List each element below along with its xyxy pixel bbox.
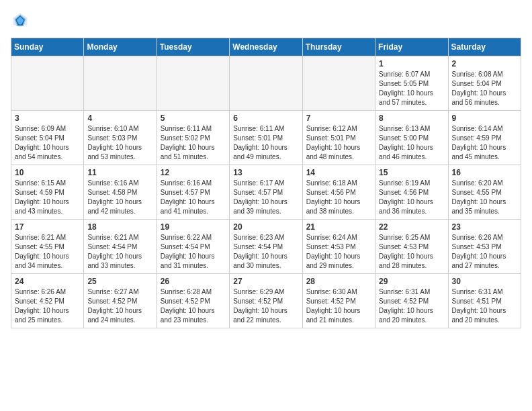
day-number: 9 — [452, 113, 517, 123]
day-number: 15 — [379, 168, 444, 177]
day-number: 16 — [452, 168, 517, 177]
day-info: Sunrise: 6:26 AM Sunset: 4:52 PM Dayligh… — [15, 287, 80, 325]
calendar-day-cell: 5Sunrise: 6:11 AM Sunset: 5:02 PM Daylig… — [157, 111, 229, 165]
day-number: 17 — [15, 222, 80, 232]
calendar-day-cell: 19Sunrise: 6:22 AM Sunset: 4:54 PM Dayli… — [157, 220, 229, 274]
day-number: 24 — [15, 277, 80, 286]
weekday-header: Saturday — [448, 38, 521, 56]
calendar-day-cell: 1Sunrise: 6:07 AM Sunset: 5:05 PM Daylig… — [375, 56, 448, 111]
calendar-week-row: 24Sunrise: 6:26 AM Sunset: 4:52 PM Dayli… — [11, 274, 521, 328]
calendar-day-cell: 28Sunrise: 6:30 AM Sunset: 4:52 PM Dayli… — [302, 274, 375, 328]
day-info: Sunrise: 6:12 AM Sunset: 5:01 PM Dayligh… — [306, 124, 371, 162]
day-info: Sunrise: 6:31 AM Sunset: 4:51 PM Dayligh… — [452, 287, 517, 325]
calendar-day-cell: 30Sunrise: 6:31 AM Sunset: 4:51 PM Dayli… — [448, 274, 521, 328]
logo — [11, 11, 32, 30]
calendar-day-cell: 27Sunrise: 6:29 AM Sunset: 4:52 PM Dayli… — [230, 274, 302, 328]
day-info: Sunrise: 6:08 AM Sunset: 5:04 PM Dayligh… — [452, 70, 517, 107]
calendar-day-cell: 6Sunrise: 6:11 AM Sunset: 5:01 PM Daylig… — [230, 111, 302, 165]
day-number: 6 — [233, 113, 298, 123]
day-info: Sunrise: 6:17 AM Sunset: 4:57 PM Dayligh… — [233, 179, 298, 216]
day-info: Sunrise: 6:09 AM Sunset: 5:04 PM Dayligh… — [15, 124, 80, 162]
calendar-day-cell: 9Sunrise: 6:14 AM Sunset: 4:59 PM Daylig… — [448, 111, 521, 165]
calendar-day-cell: 4Sunrise: 6:10 AM Sunset: 5:03 PM Daylig… — [84, 111, 157, 165]
day-number: 8 — [379, 113, 444, 123]
weekday-header: Sunday — [11, 38, 84, 56]
day-number: 19 — [161, 222, 226, 232]
day-number: 1 — [379, 59, 444, 68]
day-number: 18 — [87, 222, 152, 232]
day-number: 27 — [233, 277, 298, 286]
day-info: Sunrise: 6:23 AM Sunset: 4:54 PM Dayligh… — [233, 233, 298, 271]
weekday-row: SundayMondayTuesdayWednesdayThursdayFrid… — [11, 38, 521, 56]
day-number: 23 — [452, 222, 517, 232]
day-info: Sunrise: 6:21 AM Sunset: 4:55 PM Dayligh… — [15, 233, 80, 271]
day-info: Sunrise: 6:16 AM Sunset: 4:57 PM Dayligh… — [161, 179, 226, 216]
day-number: 25 — [87, 277, 152, 286]
calendar-header: SundayMondayTuesdayWednesdayThursdayFrid… — [11, 38, 521, 56]
day-info: Sunrise: 6:18 AM Sunset: 4:56 PM Dayligh… — [306, 179, 371, 216]
calendar-day-cell: 14Sunrise: 6:18 AM Sunset: 4:56 PM Dayli… — [302, 165, 375, 220]
weekday-header: Monday — [84, 38, 157, 56]
day-number: 13 — [233, 168, 298, 177]
calendar-day-cell: 8Sunrise: 6:13 AM Sunset: 5:00 PM Daylig… — [375, 111, 448, 165]
day-info: Sunrise: 6:24 AM Sunset: 4:53 PM Dayligh… — [306, 233, 371, 271]
calendar-day-cell: 13Sunrise: 6:17 AM Sunset: 4:57 PM Dayli… — [230, 165, 302, 220]
day-number: 26 — [161, 277, 226, 286]
day-info: Sunrise: 6:15 AM Sunset: 4:59 PM Dayligh… — [15, 179, 80, 216]
calendar-day-cell: 15Sunrise: 6:19 AM Sunset: 4:56 PM Dayli… — [375, 165, 448, 220]
day-number: 3 — [15, 113, 80, 123]
day-info: Sunrise: 6:13 AM Sunset: 5:00 PM Dayligh… — [379, 124, 444, 162]
day-info: Sunrise: 6:11 AM Sunset: 5:02 PM Dayligh… — [161, 124, 226, 162]
calendar-week-row: 10Sunrise: 6:15 AM Sunset: 4:59 PM Dayli… — [11, 165, 521, 220]
day-info: Sunrise: 6:20 AM Sunset: 4:55 PM Dayligh… — [452, 179, 517, 216]
calendar-day-cell: 21Sunrise: 6:24 AM Sunset: 4:53 PM Dayli… — [302, 220, 375, 274]
calendar-day-cell — [11, 56, 84, 111]
calendar-day-cell — [84, 56, 157, 111]
day-number: 7 — [306, 113, 371, 123]
calendar-day-cell: 7Sunrise: 6:12 AM Sunset: 5:01 PM Daylig… — [302, 111, 375, 165]
calendar-day-cell: 16Sunrise: 6:20 AM Sunset: 4:55 PM Dayli… — [448, 165, 521, 220]
header — [11, 11, 521, 30]
day-info: Sunrise: 6:31 AM Sunset: 4:52 PM Dayligh… — [379, 287, 444, 325]
weekday-header: Thursday — [302, 38, 375, 56]
day-info: Sunrise: 6:14 AM Sunset: 4:59 PM Dayligh… — [452, 124, 517, 162]
day-number: 12 — [161, 168, 226, 177]
day-info: Sunrise: 6:11 AM Sunset: 5:01 PM Dayligh… — [233, 124, 298, 162]
calendar-day-cell: 12Sunrise: 6:16 AM Sunset: 4:57 PM Dayli… — [157, 165, 229, 220]
day-number: 11 — [87, 168, 152, 177]
calendar-day-cell: 17Sunrise: 6:21 AM Sunset: 4:55 PM Dayli… — [11, 220, 84, 274]
day-info: Sunrise: 6:10 AM Sunset: 5:03 PM Dayligh… — [87, 124, 152, 162]
day-info: Sunrise: 6:16 AM Sunset: 4:58 PM Dayligh… — [87, 179, 152, 216]
day-number: 21 — [306, 222, 371, 232]
calendar-day-cell — [230, 56, 302, 111]
day-info: Sunrise: 6:19 AM Sunset: 4:56 PM Dayligh… — [379, 179, 444, 216]
calendar-day-cell: 18Sunrise: 6:21 AM Sunset: 4:54 PM Dayli… — [84, 220, 157, 274]
calendar-day-cell — [302, 56, 375, 111]
calendar-week-row: 17Sunrise: 6:21 AM Sunset: 4:55 PM Dayli… — [11, 220, 521, 274]
calendar-day-cell: 25Sunrise: 6:27 AM Sunset: 4:52 PM Dayli… — [84, 274, 157, 328]
day-info: Sunrise: 6:29 AM Sunset: 4:52 PM Dayligh… — [233, 287, 298, 325]
day-number: 14 — [306, 168, 371, 177]
day-info: Sunrise: 6:07 AM Sunset: 5:05 PM Dayligh… — [379, 70, 444, 107]
calendar-day-cell: 20Sunrise: 6:23 AM Sunset: 4:54 PM Dayli… — [230, 220, 302, 274]
day-info: Sunrise: 6:25 AM Sunset: 4:53 PM Dayligh… — [379, 233, 444, 271]
day-info: Sunrise: 6:30 AM Sunset: 4:52 PM Dayligh… — [306, 287, 371, 325]
day-number: 2 — [452, 59, 517, 68]
calendar-week-row: 1Sunrise: 6:07 AM Sunset: 5:05 PM Daylig… — [11, 56, 521, 111]
calendar-day-cell: 11Sunrise: 6:16 AM Sunset: 4:58 PM Dayli… — [84, 165, 157, 220]
calendar-day-cell — [157, 56, 229, 111]
calendar-body: 1Sunrise: 6:07 AM Sunset: 5:05 PM Daylig… — [11, 56, 521, 328]
calendar-day-cell: 2Sunrise: 6:08 AM Sunset: 5:04 PM Daylig… — [448, 56, 521, 111]
day-number: 4 — [87, 113, 152, 123]
day-number: 30 — [452, 277, 517, 286]
calendar-day-cell: 29Sunrise: 6:31 AM Sunset: 4:52 PM Dayli… — [375, 274, 448, 328]
day-number: 29 — [379, 277, 444, 286]
weekday-header: Wednesday — [230, 38, 302, 56]
day-info: Sunrise: 6:26 AM Sunset: 4:53 PM Dayligh… — [452, 233, 517, 271]
calendar-day-cell: 24Sunrise: 6:26 AM Sunset: 4:52 PM Dayli… — [11, 274, 84, 328]
day-number: 5 — [161, 113, 226, 123]
day-number: 20 — [233, 222, 298, 232]
day-info: Sunrise: 6:28 AM Sunset: 4:52 PM Dayligh… — [161, 287, 226, 325]
day-info: Sunrise: 6:22 AM Sunset: 4:54 PM Dayligh… — [161, 233, 226, 271]
day-info: Sunrise: 6:21 AM Sunset: 4:54 PM Dayligh… — [87, 233, 152, 271]
